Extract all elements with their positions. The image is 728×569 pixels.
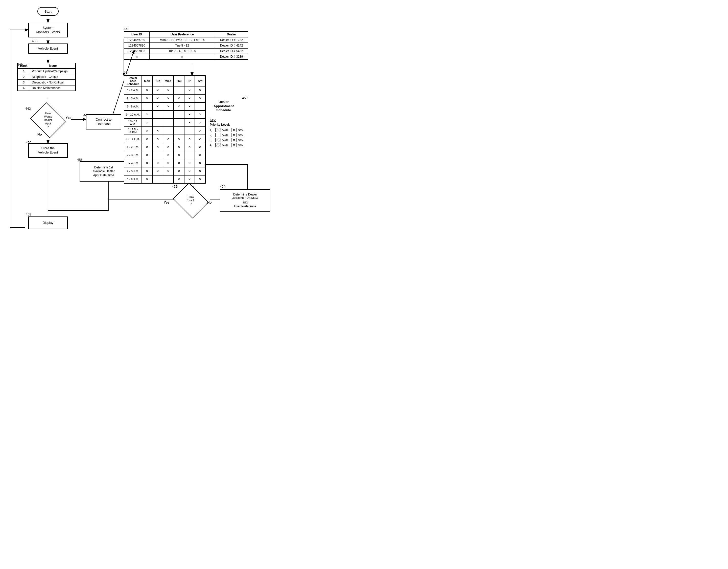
system-monitors-box: SystemMonitors Events [28,23,68,37]
label-438: 438 [32,39,37,43]
label-452: 452 [172,185,177,188]
store-vehicle-box: Store theVehicle Event [28,143,68,158]
diagram-container: 436 Start 436 SystemMonitors Events 438 … [0,0,313,240]
rank-diamond: Rank1 or 2? [177,189,205,212]
rank-issue-table: Rank Issue 1Product Update/Campaign 2Dia… [17,63,76,91]
label-458: 458 [26,212,31,216]
label-442: 442 [25,107,31,110]
no-label-452: No [207,200,212,204]
yes-label-452: Yes [164,200,169,204]
label-456: 456 [77,158,83,162]
label-446: 446 [124,27,129,31]
dealer-schedule-table: Dealer 1232Schedule Mon Tue Wed Thu Fri … [124,75,206,183]
no-label-442: No [37,132,42,136]
label-450: 450 [242,96,248,100]
determine-1st-box: Determine 1stAvailable DealerAppt Date/T… [80,161,128,181]
connect-db-box: Connect toDatabase [86,114,121,129]
display-box: Display [28,216,68,229]
dealer-appt-schedule-label: DealerAppointmentSchedule [207,96,240,116]
vehicle-event-box: Vehicle Event [28,43,68,54]
label-454: 454 [220,185,225,188]
user-wants-diamond: UserWantsDealerAppt? [34,109,62,131]
user-pref-table: User ID User Preference Dealer 123445678… [124,31,248,60]
determine-dealer-box: Determine DealerAvailable ScheduleandUse… [220,189,270,212]
key-box: Key: Priority Level: 1) Avail. ⊠ N/A 2) … [210,118,243,148]
start-box: Start [37,7,59,16]
label-448: 448 [124,70,129,74]
yes-label-442: Yes [66,116,71,120]
